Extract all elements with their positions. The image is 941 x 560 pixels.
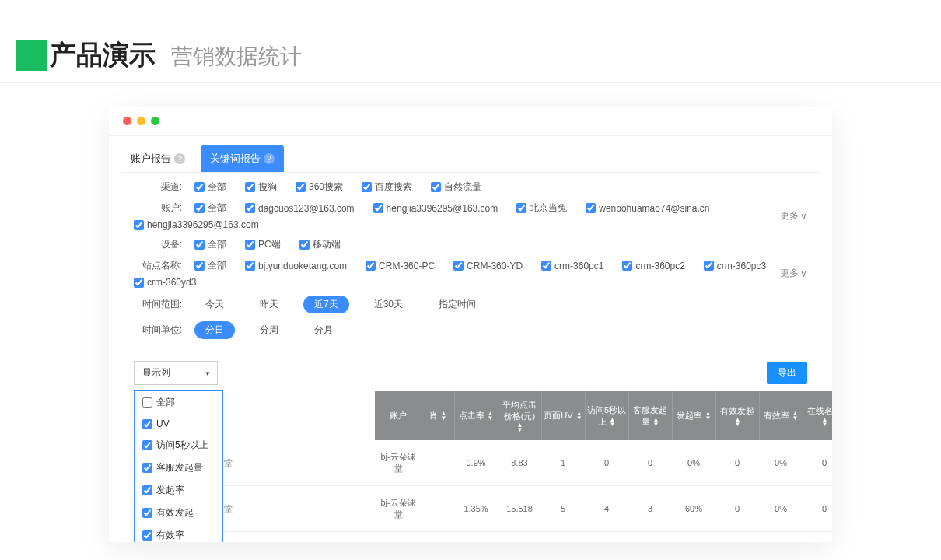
tab-keyword-report[interactable]: 关键词报告 ?: [201, 145, 284, 172]
page-subtitle: 营销数据统计: [171, 42, 302, 72]
sort-icon[interactable]: ▲▼: [705, 411, 712, 421]
chk-channel-all[interactable]: 全部: [194, 180, 226, 194]
chk-device-all[interactable]: 全部: [194, 238, 226, 251]
report-tabs: 账户报告 ? 关键词报告 ?: [121, 145, 820, 173]
filter-timerange: 时间范围: 今天 昨天 近7天 近30天 指定时间: [121, 288, 820, 313]
col-header[interactable]: 发起率 ▲▼: [672, 391, 715, 440]
help-icon[interactable]: ?: [264, 153, 275, 164]
chk-channel-organic[interactable]: 自然流量: [431, 180, 481, 194]
chevron-down-icon: ∨: [800, 211, 807, 222]
chk-account[interactable]: wenbohuamao74@sina.cn: [586, 203, 709, 214]
filter-timeunit: 时间单位: 分日 分周 分月: [121, 313, 820, 339]
filter-account: 账户: 全部 dagcuos123@163.com hengjia3396295…: [121, 194, 820, 230]
content-area: 账户报告 ? 关键词报告 ? 渠道: 全部 搜狗 360搜索 百度搜索 自然流量…: [109, 136, 832, 542]
filter-label: 时间范围:: [134, 298, 182, 311]
sort-icon[interactable]: ▲▼: [576, 411, 582, 421]
col-header[interactable]: 客服发起量 ▲▼: [628, 391, 672, 440]
table-toolbar: 显示列 导出: [121, 339, 820, 391]
table-row: 堂bj-云朵课堂0.9%8.831000%00%000%: [134, 440, 832, 486]
data-table: 账户肖 ▲▼点击率 ▲▼平均点击价格(元) ▲▼页面UV ▲▼访问5秒以上 ▲▼…: [134, 391, 832, 542]
sort-icon[interactable]: ▲▼: [653, 418, 659, 427]
brand-block: [16, 40, 47, 71]
chk-account[interactable]: dagcuos123@163.com: [245, 203, 355, 214]
col-header[interactable]: 有效发起 ▲▼: [715, 391, 759, 440]
sort-icon[interactable]: ▲▼: [441, 411, 447, 421]
col-header[interactable]: 页面UV ▲▼: [541, 391, 585, 440]
chk-account[interactable]: hengjia3396295@163.com: [373, 203, 498, 214]
col-header[interactable]: 平均点击价格(元) ▲▼: [498, 391, 541, 440]
filter-device: 设备: 全部 PC端 移动端: [121, 230, 820, 251]
col-header[interactable]: 在线名片 ▲▼: [803, 391, 832, 440]
pill-today[interactable]: 今天: [194, 296, 235, 313]
chevron-down-icon: ∨: [800, 268, 807, 279]
column-option[interactable]: 全部: [135, 391, 222, 414]
tab-label: 关键词报告: [210, 152, 261, 166]
col-header[interactable]: 肖 ▲▼: [422, 391, 454, 440]
chk-account[interactable]: hengjia3396295@163.com: [134, 219, 259, 230]
chk-site[interactable]: CRM-360-YD: [453, 261, 523, 271]
pill-month[interactable]: 分月: [303, 321, 344, 339]
filter-label: 设备:: [134, 238, 182, 251]
chk-site[interactable]: crm-360pc1: [541, 261, 603, 271]
chk-site[interactable]: 全部: [194, 259, 226, 272]
chk-site[interactable]: CRM-360-PC: [366, 261, 435, 271]
table-row: 堂bj-云朵课堂0%01100%00%000%: [134, 532, 832, 542]
filter-site: 站点名称: 全部 bj.yunduoketang.com CRM-360-PC …: [121, 251, 820, 288]
window-titlebar: [109, 107, 832, 136]
chk-channel-360[interactable]: 360搜索: [296, 180, 343, 194]
filter-label: 站点名称:: [134, 259, 182, 272]
column-option[interactable]: 访问5秒以上: [135, 434, 222, 457]
col-header[interactable]: 点击率 ▲▼: [454, 391, 498, 440]
app-window: 账户报告 ? 关键词报告 ? 渠道: 全部 搜狗 360搜索 百度搜索 自然流量…: [109, 107, 832, 542]
sort-icon[interactable]: ▲▼: [735, 418, 741, 427]
sort-icon[interactable]: ▲▼: [792, 411, 799, 421]
sort-icon[interactable]: ▲▼: [517, 423, 523, 432]
col-header[interactable]: 访问5秒以上 ▲▼: [585, 391, 628, 440]
chk-channel-sogou[interactable]: 搜狗: [245, 180, 277, 194]
chk-site[interactable]: bj.yunduoketang.com: [245, 261, 347, 271]
filter-channel: 渠道: 全部 搜狗 360搜索 百度搜索 自然流量: [121, 173, 820, 194]
filter-label: 渠道:: [134, 180, 182, 194]
minimize-icon[interactable]: [137, 117, 145, 125]
table-container: 全部UV访问5秒以上客服发起量发起率有效发起有效率在线名片离线名片名片索取率有效…: [134, 391, 807, 542]
chk-channel-baidu[interactable]: 百度搜索: [362, 180, 412, 194]
help-icon[interactable]: ?: [174, 153, 185, 164]
close-icon[interactable]: [123, 117, 131, 125]
col-header[interactable]: 账户: [375, 391, 422, 440]
page-header: 产品演示 营销数据统计: [0, 0, 941, 83]
column-option[interactable]: 有效率: [135, 524, 222, 542]
sort-icon[interactable]: ▲▼: [610, 418, 616, 427]
column-dropdown: 全部UV访问5秒以上客服发起量发起率有效发起有效率在线名片离线名片名片索取率有效…: [134, 390, 223, 542]
pill-week[interactable]: 分周: [249, 321, 289, 339]
more-link[interactable]: 更多 ∨: [780, 267, 807, 280]
chk-device-mobile[interactable]: 移动端: [299, 238, 341, 251]
pill-7days[interactable]: 近7天: [303, 296, 349, 313]
pill-custom[interactable]: 指定时间: [428, 296, 487, 313]
chk-site[interactable]: crm-360yd3: [134, 277, 196, 288]
chk-account[interactable]: 全部: [194, 201, 226, 215]
export-button[interactable]: 导出: [767, 362, 807, 384]
chk-site[interactable]: crm-360pc2: [622, 261, 684, 271]
chk-device-pc[interactable]: PC端: [245, 238, 281, 251]
column-option[interactable]: 客服发起量: [135, 457, 222, 479]
col-header[interactable]: 有效率 ▲▼: [759, 391, 803, 440]
more-link[interactable]: 更多 ∨: [780, 209, 807, 222]
sort-icon[interactable]: ▲▼: [488, 411, 494, 421]
sort-icon[interactable]: ▲▼: [822, 418, 828, 427]
filter-label: 时间单位:: [134, 324, 182, 337]
chk-account[interactable]: 北京当兔: [516, 201, 567, 215]
pill-day[interactable]: 分日: [194, 321, 235, 339]
tab-account-report[interactable]: 账户报告 ?: [121, 145, 194, 172]
column-option[interactable]: 发起率: [135, 479, 222, 502]
tab-label: 账户报告: [131, 152, 171, 166]
column-option[interactable]: UV: [135, 414, 222, 434]
column-select[interactable]: 显示列: [134, 361, 218, 385]
column-option[interactable]: 有效发起: [135, 502, 222, 524]
pill-yesterday[interactable]: 昨天: [249, 296, 289, 313]
filter-label: 账户:: [134, 201, 182, 215]
chk-site[interactable]: crm-360pc3: [704, 261, 766, 271]
maximize-icon[interactable]: [151, 117, 159, 125]
table-row: 堂bj-云朵课堂1.35%15.51854360%00%000%: [134, 486, 832, 532]
page-title: 产品演示: [50, 37, 156, 73]
pill-30days[interactable]: 近30天: [363, 296, 414, 313]
